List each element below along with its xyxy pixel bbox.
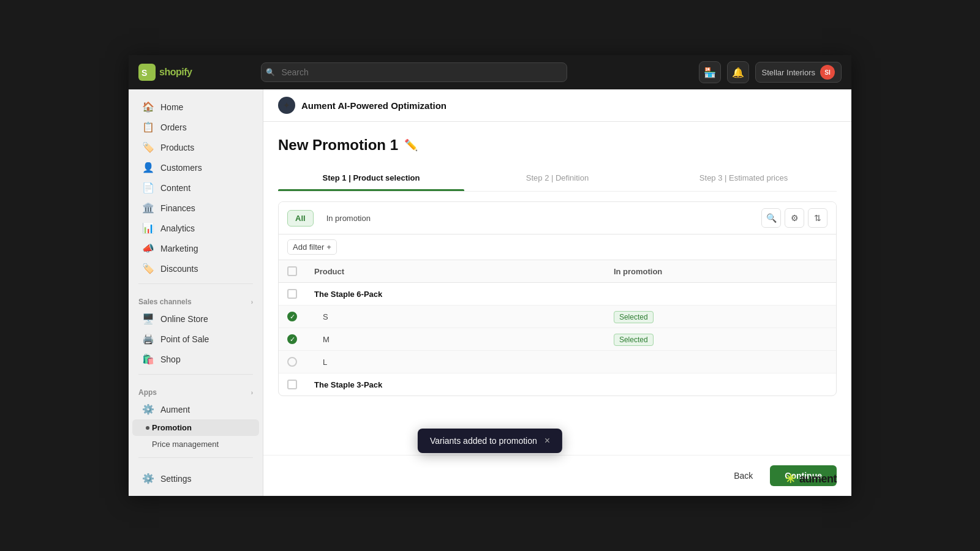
- notifications-button[interactable]: 🔔: [727, 61, 749, 83]
- sidebar-item-shop-label: Shop: [160, 354, 181, 364]
- select-all-checkbox[interactable]: [287, 266, 297, 276]
- add-filter-button[interactable]: Add filter +: [287, 239, 337, 255]
- row-checkbox-staple6[interactable]: [287, 289, 297, 299]
- sidebar-item-discounts[interactable]: 🏷️ Discounts: [132, 258, 259, 279]
- filter-tab-all[interactable]: All: [287, 210, 314, 227]
- product-name-staple6: The Staple 6-Pack: [314, 290, 382, 299]
- table-row: The Staple 6-Pack: [279, 283, 836, 305]
- sales-channels-section[interactable]: Sales channels ›: [129, 291, 263, 309]
- sidebar-divider-2: [138, 374, 253, 375]
- finances-icon: 🏛️: [142, 202, 154, 214]
- add-filter-plus-icon: +: [326, 242, 331, 252]
- sidebar-item-analytics[interactable]: 📊 Analytics: [132, 218, 259, 238]
- sidebar-item-point-of-sale[interactable]: 🖨️ Point of Sale: [132, 329, 259, 349]
- row-checkbox-cell-staple3: [279, 373, 306, 396]
- analytics-icon: 📊: [142, 222, 154, 234]
- logo-text: shopify: [159, 67, 192, 78]
- sidebar-item-customers[interactable]: 👤 Customers: [132, 157, 259, 178]
- aument-logo-text: aument: [799, 473, 837, 485]
- filter-icons: 🔍 ⚙ ⇅: [761, 208, 827, 228]
- step-1-label: Step 1 | Product selection: [323, 173, 420, 182]
- sidebar-item-finances[interactable]: 🏛️ Finances: [132, 198, 259, 218]
- shopify-logo[interactable]: S shopify: [138, 64, 192, 81]
- filter-tab-all-label: All: [295, 214, 306, 223]
- promotion-dot: [146, 426, 149, 430]
- svg-text:S: S: [141, 68, 147, 78]
- search-container: [261, 62, 567, 82]
- filter-tab-in-promotion[interactable]: In promotion: [318, 210, 379, 227]
- sidebar-item-finances-label: Finances: [160, 203, 195, 213]
- row-radio-cell-m: [279, 328, 306, 351]
- sidebar-item-aument-label: Aument: [160, 405, 190, 414]
- aument-icon: ⚙️: [142, 403, 154, 415]
- sidebar-item-aument[interactable]: ⚙️ Aument: [132, 399, 259, 419]
- back-button[interactable]: Back: [724, 465, 763, 486]
- row-radio-s[interactable]: [287, 312, 297, 321]
- row-checkbox-cell-staple6: [279, 283, 306, 305]
- sidebar-item-shop[interactable]: 🛍️ Shop: [132, 349, 259, 369]
- row-in-promotion-staple6: [605, 283, 836, 305]
- topbar-right: 🏪 🔔 Stellar Interiors SI: [699, 61, 842, 83]
- row-in-promotion-m: Selected: [605, 328, 836, 351]
- sidebar-item-online-store[interactable]: 🖥️ Online Store: [132, 309, 259, 329]
- sidebar-item-discounts-label: Discounts: [160, 264, 198, 274]
- sidebar-item-marketing-label: Marketing: [160, 244, 198, 253]
- edit-title-icon[interactable]: ✏️: [404, 138, 418, 152]
- sidebar-item-content[interactable]: 📄 Content: [132, 178, 259, 198]
- app-header-title: Aument AI-Powered Optimization: [301, 100, 447, 111]
- user-name: Stellar Interiors: [762, 68, 815, 77]
- product-table: Product In promotion The: [279, 260, 836, 395]
- search-input[interactable]: [261, 62, 567, 82]
- sidebar-item-content-label: Content: [160, 183, 190, 193]
- sidebar-item-online-store-label: Online Store: [160, 314, 208, 324]
- sidebar-item-orders[interactable]: 📋 Orders: [132, 117, 259, 137]
- app-header: ✦ Aument AI-Powered Optimization: [263, 89, 851, 122]
- product-name-staple3: The Staple 3-Pack: [314, 380, 382, 389]
- sidebar-item-analytics-label: Analytics: [160, 223, 195, 233]
- apps-label: Apps: [138, 388, 157, 397]
- sort-button[interactable]: ⇅: [808, 208, 827, 228]
- user-menu-button[interactable]: Stellar Interiors SI: [755, 62, 842, 83]
- avatar: SI: [820, 65, 835, 80]
- sidebar-sub-item-promotion[interactable]: Promotion: [132, 419, 259, 436]
- sidebar-item-orders-label: Orders: [160, 122, 187, 132]
- table-row: The Staple 3-Pack: [279, 373, 836, 396]
- sidebar-sub-item-price-management[interactable]: Price management: [132, 436, 259, 452]
- toast-close-button[interactable]: ×: [545, 436, 550, 446]
- sidebar: 🏠 Home 📋 Orders 🏷️ Products 👤 Customers …: [129, 89, 263, 496]
- home-icon: 🏠: [142, 101, 154, 113]
- sidebar-item-point-of-sale-label: Point of Sale: [160, 334, 209, 344]
- filter-tab-in-promotion-label: In promotion: [326, 214, 371, 223]
- bottom-row: Back Continue: [263, 455, 851, 496]
- sidebar-item-customers-label: Customers: [160, 163, 202, 173]
- step-1[interactable]: Step 1 | Product selection: [278, 166, 464, 191]
- table-row: M Selected: [279, 328, 836, 351]
- sidebar-item-marketing[interactable]: 📣 Marketing: [132, 238, 259, 258]
- toast-message: Variants added to promotion: [430, 436, 537, 446]
- row-checkbox-staple3[interactable]: [287, 380, 297, 389]
- row-radio-l[interactable]: [287, 357, 297, 367]
- row-radio-m[interactable]: [287, 334, 297, 344]
- step-2[interactable]: Step 2 | Definition: [464, 166, 650, 191]
- marketing-icon: 📣: [142, 242, 154, 254]
- row-variant-name-s: S: [306, 305, 605, 328]
- filter-row: All In promotion 🔍 ⚙ ⇅: [279, 202, 836, 234]
- shop-icon: 🛍️: [142, 353, 154, 365]
- toast-notification: Variants added to promotion ×: [418, 429, 562, 453]
- search-filter-button[interactable]: 🔍: [761, 208, 781, 228]
- step-3-label: Step 3 | Estimated prices: [699, 173, 788, 182]
- sidebar-item-settings[interactable]: ⚙️ Settings: [132, 468, 259, 489]
- sales-channels-chevron: ›: [251, 299, 253, 305]
- sidebar-sub-item-price-management-label: Price management: [152, 440, 219, 449]
- filter-options-button[interactable]: ⚙: [785, 208, 804, 228]
- steps-row: Step 1 | Product selection Step 2 | Defi…: [278, 166, 837, 192]
- step-3[interactable]: Step 3 | Estimated prices: [650, 166, 837, 191]
- table-row: L: [279, 351, 836, 373]
- store-icon-button[interactable]: 🏪: [699, 61, 721, 83]
- sidebar-item-products-label: Products: [160, 143, 194, 152]
- sidebar-item-products[interactable]: 🏷️ Products: [132, 137, 259, 157]
- apps-section[interactable]: Apps ›: [129, 382, 263, 399]
- header-product: Product: [306, 260, 605, 283]
- point-of-sale-icon: 🖨️: [142, 333, 154, 345]
- sidebar-item-home[interactable]: 🏠 Home: [132, 97, 259, 117]
